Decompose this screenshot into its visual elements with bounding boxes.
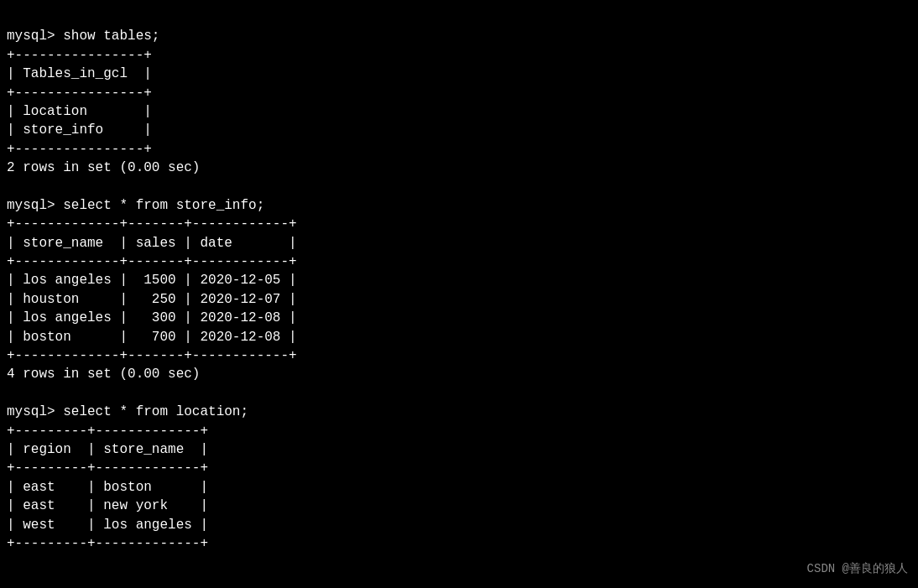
terminal-line: | boston | 700 | 2020-12-08 | xyxy=(7,328,911,346)
terminal-line: | location | xyxy=(7,102,911,121)
watermark: CSDN @善良的狼人 xyxy=(807,561,908,578)
terminal-line: | region | store_name | xyxy=(7,440,911,459)
terminal-line: | east | new york | xyxy=(7,497,911,515)
terminal-line: mysql> show tables; xyxy=(7,27,911,45)
terminal-line: 4 rows in set (0.00 sec) xyxy=(7,365,911,383)
terminal-line: +---------+-------------+ xyxy=(7,422,911,440)
terminal-line: +---------+-------------+ xyxy=(7,534,911,553)
terminal-window: mysql> show tables;+----------------+| T… xyxy=(0,0,918,561)
terminal-line: | Tables_in_gcl | xyxy=(7,65,911,83)
terminal-line: +-------------+-------+------------+ xyxy=(7,252,911,271)
terminal-line: | east | boston | xyxy=(7,478,911,497)
terminal-line: | houston | 250 | 2020-12-07 | xyxy=(7,290,911,309)
terminal-line xyxy=(7,384,911,403)
terminal-line: | store_info | xyxy=(7,121,911,139)
terminal-line: 2 rows in set (0.00 sec) xyxy=(7,159,911,177)
terminal-line: +-------------+-------+------------+ xyxy=(7,215,911,233)
terminal-line xyxy=(7,178,911,196)
terminal-line: | store_name | sales | date | xyxy=(7,234,911,252)
terminal-line: +---------+-------------+ xyxy=(7,459,911,477)
terminal-line: | los angeles | 300 | 2020-12-08 | xyxy=(7,309,911,327)
terminal-line: +----------------+ xyxy=(7,46,911,65)
terminal-line: +----------------+ xyxy=(7,84,911,102)
terminal-line: +-------------+-------+------------+ xyxy=(7,346,911,365)
terminal-line: | los angeles | 1500 | 2020-12-05 | xyxy=(7,271,911,289)
terminal-line: +----------------+ xyxy=(7,140,911,159)
terminal-line: mysql> select * from store_info; xyxy=(7,196,911,215)
terminal-line: | west | los angeles | xyxy=(7,516,911,534)
terminal-line: mysql> select * from location; xyxy=(7,403,911,421)
